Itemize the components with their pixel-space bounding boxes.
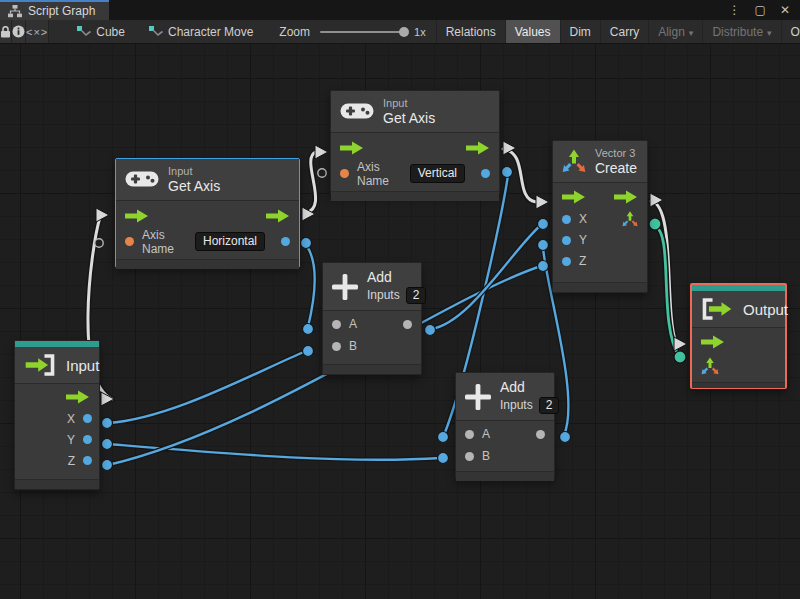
z-input-port[interactable] <box>562 257 571 266</box>
node-header[interactable]: Output <box>692 291 785 328</box>
distribute-dropdown[interactable]: Distribute ▾ <box>702 20 780 43</box>
z-output-port[interactable] <box>83 456 92 465</box>
window-menu-icon[interactable]: ⋮ <box>729 3 741 17</box>
align-dropdown[interactable]: Align ▾ <box>648 20 702 43</box>
input-port-b[interactable] <box>332 342 341 351</box>
unconnected-port-circle[interactable] <box>95 239 103 247</box>
connection-dot[interactable] <box>649 218 661 230</box>
inputs-count-field[interactable]: 2 <box>406 287 427 304</box>
tab-script-graph[interactable]: Script Graph <box>0 0 109 20</box>
sum-output-port[interactable] <box>403 320 412 329</box>
node-input[interactable]: Input X Y Z <box>14 340 100 490</box>
window-maximize-icon[interactable]: ▢ <box>755 3 766 17</box>
connection-dot[interactable] <box>303 346 314 357</box>
port-label: A <box>349 317 357 331</box>
flow-connection-triangle[interactable] <box>315 145 328 159</box>
connection-dot[interactable] <box>102 439 113 450</box>
port-label: Axis Name <box>357 160 402 188</box>
window-close-icon[interactable]: ✕ <box>780 3 790 17</box>
connection-dot[interactable] <box>102 418 113 429</box>
button-label: Carry <box>610 25 639 39</box>
relations-button[interactable]: Relations <box>436 20 505 43</box>
flow-in-arrow-icon[interactable] <box>562 190 586 204</box>
node-header[interactable]: Add Inputs 2 <box>456 373 554 421</box>
y-output-port[interactable] <box>83 435 92 444</box>
node-add-2[interactable]: Add Inputs 2 A B <box>455 372 555 480</box>
overview-button[interactable]: Overv <box>781 20 800 43</box>
flow-in-arrow-icon[interactable] <box>340 141 364 155</box>
breadcrumb-cube[interactable]: Cube <box>77 20 125 43</box>
flow-out-arrow-icon[interactable] <box>66 390 90 404</box>
float-output-port[interactable] <box>481 169 490 178</box>
info-button[interactable] <box>12 20 26 43</box>
axis-name-field[interactable]: Horizontal <box>195 232 265 251</box>
code-icon: <×> <box>26 26 48 38</box>
node-header[interactable]: Input Get Axis <box>331 91 499 133</box>
zoom-value: 1x <box>414 26 426 38</box>
connection-dot[interactable] <box>438 432 449 443</box>
flow-connection-triangle[interactable] <box>96 208 109 222</box>
flow-out-arrow-icon[interactable] <box>466 141 490 155</box>
breadcrumb-character-move[interactable]: Character Move <box>149 20 253 43</box>
wire-flow[interactable] <box>305 152 316 213</box>
zoom-slider[interactable] <box>320 31 406 33</box>
graph-canvas[interactable]: Input Get Axis Axis Name Ver <box>0 44 800 599</box>
input-port-a[interactable] <box>332 320 341 329</box>
x-input-port[interactable] <box>562 215 571 224</box>
node-add-1[interactable]: Add Inputs 2 A B <box>322 262 422 375</box>
values-button[interactable]: Values <box>505 20 560 43</box>
connection-dot[interactable] <box>502 167 513 178</box>
node-header[interactable]: Input Get Axis <box>116 159 299 201</box>
flow-in-arrow-icon[interactable] <box>125 209 149 223</box>
connection-dot[interactable] <box>560 432 571 443</box>
inputs-count-field[interactable]: 2 <box>539 397 560 414</box>
float-output-port[interactable] <box>281 237 290 246</box>
string-input-port[interactable] <box>125 237 134 246</box>
flow-out-arrow-icon[interactable] <box>614 190 638 204</box>
vector3-input-port-icon[interactable] <box>701 357 719 375</box>
flow-connection-triangle[interactable] <box>536 195 549 209</box>
connection-dot[interactable] <box>538 219 549 230</box>
node-get-axis-horizontal[interactable]: Input Get Axis Axis Name Hor <box>115 158 300 268</box>
node-header[interactable]: Input <box>15 347 99 384</box>
connection-dot[interactable] <box>438 453 449 464</box>
y-input-port[interactable] <box>562 236 571 245</box>
port-label: Y <box>67 433 75 447</box>
vector3-output-port-icon[interactable] <box>622 211 638 227</box>
button-label: Dim <box>570 25 591 39</box>
code-preview-button[interactable]: <×> <box>26 20 49 43</box>
port-label: B <box>349 339 357 353</box>
input-port-a[interactable] <box>465 430 474 439</box>
lock-button[interactable] <box>0 20 12 43</box>
connection-dot[interactable] <box>425 325 436 336</box>
x-output-port[interactable] <box>83 414 92 423</box>
connection-dot[interactable] <box>538 240 549 251</box>
button-label: Overv <box>791 25 800 39</box>
zoom-control: Zoom 1x <box>279 20 425 43</box>
flow-out-arrow-icon[interactable] <box>266 209 290 223</box>
axis-name-field[interactable]: Vertical <box>410 164 465 183</box>
node-output[interactable]: Output <box>690 283 787 389</box>
connection-dot[interactable] <box>538 261 549 272</box>
unconnected-port-circle[interactable] <box>318 169 326 177</box>
flow-in-arrow-icon[interactable] <box>701 335 725 349</box>
connection-dot[interactable] <box>301 238 312 249</box>
node-header[interactable]: Add Inputs 2 <box>323 263 421 311</box>
connection-dot[interactable] <box>102 460 113 471</box>
carry-button[interactable]: Carry <box>600 20 648 43</box>
sum-output-port[interactable] <box>536 430 545 439</box>
connection-dot[interactable] <box>303 324 314 335</box>
lock-icon <box>0 26 11 38</box>
node-header[interactable]: Vector 3 Create <box>553 141 647 183</box>
zoom-slider-handle[interactable] <box>399 27 409 37</box>
string-input-port[interactable] <box>340 169 349 178</box>
input-port-b[interactable] <box>465 452 474 461</box>
node-footer <box>553 282 647 292</box>
port-label: B <box>482 449 490 463</box>
flow-connection-triangle[interactable] <box>674 337 687 351</box>
dim-button[interactable]: Dim <box>560 20 600 43</box>
node-vector3-create[interactable]: Vector 3 Create X <box>552 140 648 293</box>
node-get-axis-vertical[interactable]: Input Get Axis Axis Name Ver <box>330 90 500 195</box>
graph-node-icon <box>77 26 91 38</box>
connection-dot[interactable] <box>674 351 686 363</box>
